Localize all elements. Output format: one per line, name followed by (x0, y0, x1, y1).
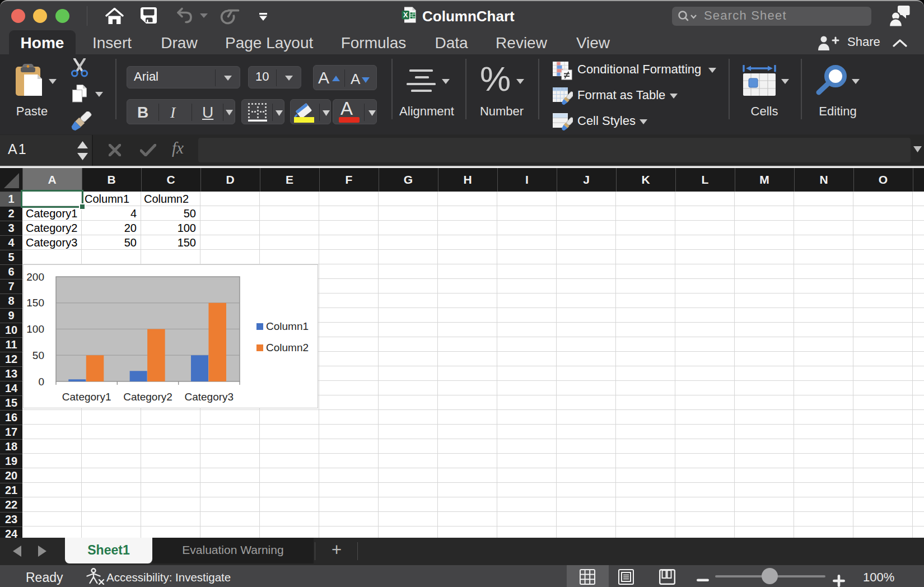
svg-text:Column1: Column1 (266, 320, 309, 332)
svg-text:50: 50 (32, 350, 44, 361)
svg-text:Column2: Column2 (266, 342, 309, 353)
svg-text:100: 100 (26, 323, 44, 335)
svg-text:X: X (403, 11, 408, 19)
svg-text:Category3: Category3 (184, 391, 234, 403)
svg-text:200: 200 (26, 271, 44, 283)
svg-text:150: 150 (26, 297, 44, 309)
svg-text:Category2: Category2 (123, 391, 172, 403)
svg-text:Category1: Category1 (62, 391, 111, 403)
svg-text:0: 0 (38, 376, 44, 388)
